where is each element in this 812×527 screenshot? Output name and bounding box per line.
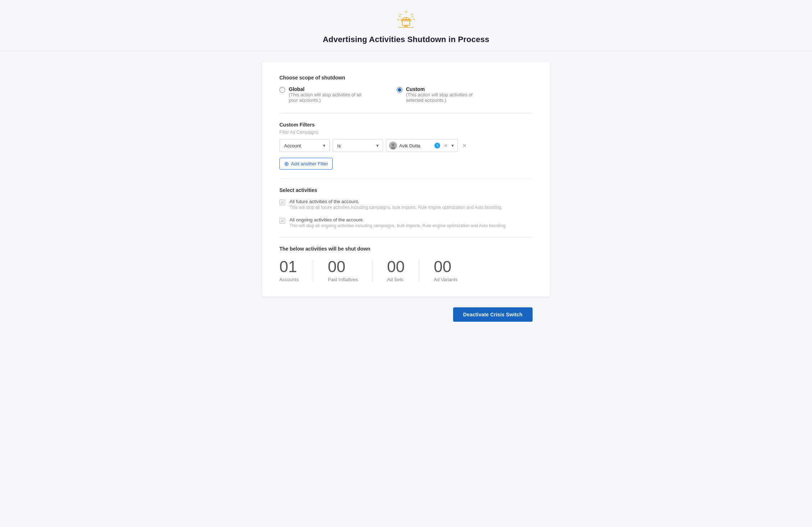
scope-custom-name: Custom bbox=[406, 86, 485, 92]
filter-value-name: Avik Dutta bbox=[399, 143, 432, 148]
scope-global-name: Global bbox=[289, 86, 368, 92]
svg-point-18 bbox=[391, 147, 395, 150]
select-activities-label: Select activities bbox=[279, 187, 533, 193]
stat-paid-initiatives-label: Paid Initiatives bbox=[328, 277, 358, 282]
filter-operator-wrapper[interactable]: is ▼ bbox=[333, 139, 383, 152]
main-content: Choose scope of shutdown Global (This ac… bbox=[262, 62, 550, 297]
stat-ad-sets: 00 Ad Sets bbox=[387, 259, 419, 282]
scope-global-radio[interactable] bbox=[279, 87, 285, 93]
scope-section-label: Choose scope of shutdown bbox=[279, 75, 533, 81]
page-title: Advertising Activities Shutdown in Proce… bbox=[323, 35, 489, 44]
filter-field-select[interactable]: Account bbox=[279, 139, 330, 152]
svg-point-11 bbox=[398, 20, 398, 21]
filter-value-box[interactable]: Avik Dutta 𝕏 ✕ ▼ bbox=[386, 139, 458, 152]
svg-line-4 bbox=[400, 14, 401, 15]
svg-line-9 bbox=[412, 16, 413, 17]
footer: Deactivate Crisis Switch bbox=[262, 307, 550, 336]
filter-row-close-icon[interactable]: ✕ bbox=[461, 141, 468, 151]
stat-divider-1 bbox=[313, 260, 313, 282]
twitter-icon: 𝕏 bbox=[434, 143, 440, 148]
divider-2 bbox=[279, 178, 533, 179]
shutdown-title: The below activities will be shut down bbox=[279, 246, 533, 252]
stat-accounts-number: 01 bbox=[279, 259, 297, 275]
scope-global-desc: (This action will stop activities of all… bbox=[289, 92, 368, 103]
scope-custom-desc: (This action will stop activities of sel… bbox=[406, 92, 485, 103]
svg-point-14 bbox=[404, 11, 405, 12]
svg-point-17 bbox=[392, 143, 394, 146]
divider-3 bbox=[279, 237, 533, 237]
scope-custom-option[interactable]: Custom (This action will stop activities… bbox=[397, 86, 485, 103]
svg-line-5 bbox=[411, 14, 412, 15]
custom-filters-label: Custom Filters bbox=[279, 122, 533, 128]
svg-point-12 bbox=[414, 18, 414, 18]
stat-accounts-label: Accounts bbox=[279, 277, 298, 282]
activity-desc-2: This will stop all ongoing activities in… bbox=[289, 223, 507, 228]
filter-field-wrapper[interactable]: Account ▼ bbox=[279, 139, 330, 152]
stat-ad-variants: 00 Ad Variants bbox=[434, 259, 472, 282]
filter-value-chevron-icon[interactable]: ▼ bbox=[451, 143, 455, 148]
stat-ad-variants-label: Ad Variants bbox=[434, 277, 457, 282]
svg-point-13 bbox=[407, 12, 407, 12]
scope-global-option[interactable]: Global (This action will stop activities… bbox=[279, 86, 368, 103]
header: Advertising Activities Shutdown in Proce… bbox=[0, 0, 812, 51]
svg-line-8 bbox=[399, 16, 400, 17]
filter-value-avatar bbox=[389, 142, 397, 150]
divider-1 bbox=[279, 113, 533, 113]
stat-accounts: 01 Accounts bbox=[279, 259, 313, 282]
select-activities-section: Select activities All future activities … bbox=[279, 187, 533, 228]
shutdown-section: The below activities will be shut down 0… bbox=[279, 246, 533, 282]
filter-value-clear-icon[interactable]: ✕ bbox=[444, 143, 448, 148]
stat-ad-sets-number: 00 bbox=[387, 259, 405, 275]
scope-custom-radio[interactable] bbox=[397, 87, 402, 93]
deactivate-button[interactable]: Deactivate Crisis Switch bbox=[453, 307, 533, 322]
filter-ad-campaigns-label: Filter Ad Campaigns bbox=[279, 130, 533, 135]
filter-row: Account ▼ is ▼ Avik Dutta 𝕏 ✕ bbox=[279, 139, 533, 152]
svg-point-15 bbox=[415, 21, 415, 21]
add-filter-plus-icon: ⊕ bbox=[284, 160, 289, 167]
scope-options: Global (This action will stop activities… bbox=[279, 86, 533, 103]
stat-divider-2 bbox=[372, 260, 373, 282]
activity-option-1: All future activities of the account. Th… bbox=[279, 199, 533, 210]
activity-title-2: All ongoing activities of the account. bbox=[289, 217, 507, 223]
stats-row: 01 Accounts 00 Paid Initiatives 00 Ad Se… bbox=[279, 259, 533, 282]
add-filter-button[interactable]: ⊕ Add another Filter bbox=[279, 158, 333, 170]
stat-divider-3 bbox=[419, 260, 419, 282]
stat-ad-variants-number: 00 bbox=[434, 259, 451, 275]
activity-title-1: All future activities of the account. bbox=[289, 199, 502, 204]
alarm-icon bbox=[393, 10, 419, 31]
activity-checkbox-2[interactable] bbox=[279, 218, 285, 224]
filter-operator-select[interactable]: is bbox=[333, 139, 383, 152]
stat-paid-initiatives-number: 00 bbox=[328, 259, 345, 275]
stat-paid-initiatives: 00 Paid Initiatives bbox=[328, 259, 372, 282]
add-filter-label: Add another Filter bbox=[291, 161, 328, 166]
activity-desc-1: This will stop all future activities inc… bbox=[289, 205, 502, 210]
svg-rect-2 bbox=[405, 26, 407, 27]
activity-option-2: All ongoing activities of the account. T… bbox=[279, 217, 533, 228]
stat-ad-sets-label: Ad Sets bbox=[387, 277, 403, 282]
avatar-icon bbox=[389, 142, 397, 150]
activity-checkbox-1[interactable] bbox=[279, 200, 285, 205]
